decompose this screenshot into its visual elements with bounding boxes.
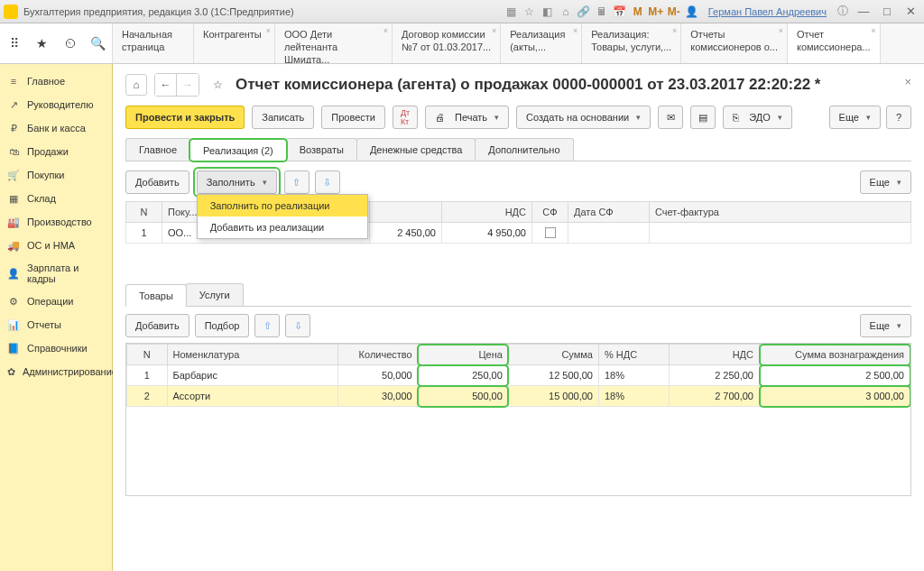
nav-tab[interactable]: Договор комиссии№7 от 01.03.2017...× xyxy=(393,23,501,63)
m-plus-button[interactable]: M+ xyxy=(649,5,663,19)
col-sum[interactable]: Сумма xyxy=(508,345,598,365)
dt-kt-button[interactable]: ДтКт xyxy=(393,106,418,129)
col-n[interactable]: N xyxy=(126,202,162,223)
create-based-button[interactable]: Создать на основании xyxy=(516,106,651,129)
col-nomen[interactable]: Номенклатура xyxy=(167,345,337,365)
forward-button[interactable]: → xyxy=(177,74,199,96)
sidebar-item-manager[interactable]: ↗Руководителю xyxy=(0,93,112,116)
goods-up-button[interactable]: ⇧ xyxy=(254,314,280,337)
nav-tab[interactable]: Контрагенты× xyxy=(194,23,275,63)
more-button[interactable]: Еще xyxy=(829,106,881,129)
add-from-realization[interactable]: Добавить из реализации xyxy=(198,216,367,238)
nav-tab[interactable]: Отчетыкомиссионеров о...× xyxy=(681,23,788,63)
write-button[interactable]: Записать xyxy=(252,106,314,129)
help-button[interactable]: ? xyxy=(886,106,911,129)
list-button[interactable]: ▤ xyxy=(690,106,716,129)
sf-checkbox[interactable] xyxy=(545,227,556,238)
col-vat[interactable]: НДС xyxy=(669,345,759,365)
sidebar-item-hr[interactable]: 👤Зарплата и кадры xyxy=(0,257,112,290)
sidebar-item-sales[interactable]: 🛍Продажи xyxy=(0,140,112,163)
cell-sf[interactable] xyxy=(532,223,568,244)
tab-services[interactable]: Услуги xyxy=(186,283,244,306)
back-button[interactable]: ← xyxy=(155,74,177,96)
goods-add-button[interactable]: Добавить xyxy=(125,314,189,337)
sidebar-item-main[interactable]: ≡Главное xyxy=(0,69,112,93)
tab-returns[interactable]: Возвраты xyxy=(286,138,357,161)
nav-tab[interactable]: Реализация:Товары, услуги,...× xyxy=(582,23,681,63)
sidebar-item-production[interactable]: 🏭Производство xyxy=(0,210,112,234)
sidebar-item-purchases[interactable]: 🛒Покупки xyxy=(0,163,112,187)
email-button[interactable]: ✉ xyxy=(658,106,683,129)
sidebar-item-bank[interactable]: ₽Банк и касса xyxy=(0,116,112,140)
goods-more-button[interactable]: Еще xyxy=(860,314,911,337)
home-button[interactable]: ⌂ xyxy=(125,74,147,96)
nav-tab-active[interactable]: Отчеткомиссионера...× xyxy=(788,23,881,63)
col-invoice[interactable]: Счет-фактура xyxy=(650,202,911,223)
col-sf[interactable]: СФ xyxy=(532,202,568,223)
window-icon[interactable]: ◧ xyxy=(541,5,555,19)
move-down-button[interactable]: ⇩ xyxy=(315,170,340,194)
star-icon[interactable]: ☆ xyxy=(522,5,537,19)
fill-by-realization[interactable]: Заполнить по реализации xyxy=(198,195,367,216)
fill-button[interactable]: Заполнить xyxy=(197,170,277,194)
tab-close-icon[interactable]: × xyxy=(573,26,578,36)
tab-additional[interactable]: Дополнительно xyxy=(475,138,573,161)
goods-pick-button[interactable]: Подбор xyxy=(195,314,250,337)
print-button[interactable]: 🖨 Печать xyxy=(425,106,509,129)
search-icon[interactable]: 🔍 xyxy=(89,34,107,52)
tab-main[interactable]: Главное xyxy=(125,138,190,161)
post-button[interactable]: Провести xyxy=(321,106,385,129)
maximize-button[interactable]: □ xyxy=(877,4,897,20)
col-sf-date[interactable]: Дата СФ xyxy=(568,202,650,223)
post-close-button[interactable]: Провести и закрыть xyxy=(125,106,245,129)
edo-button[interactable]: ⎘ ЭДО xyxy=(723,106,792,129)
calendar-icon[interactable]: 📅 xyxy=(613,5,627,19)
apps-icon[interactable]: ⠿ xyxy=(5,34,23,52)
sidebar-item-assets[interactable]: 🚚ОС и НМА xyxy=(0,234,112,257)
sidebar-item-reports[interactable]: 📊Отчеты xyxy=(0,313,112,336)
add-row-button[interactable]: Добавить xyxy=(125,170,189,194)
grid-icon[interactable]: ▦ xyxy=(504,5,519,19)
panel-close-icon[interactable]: × xyxy=(904,75,911,88)
tab-cash[interactable]: Денежные средства xyxy=(356,138,476,161)
tab-close-icon[interactable]: × xyxy=(492,26,496,36)
favorite-icon[interactable]: ★ xyxy=(33,34,51,52)
col-sum[interactable] xyxy=(370,202,442,223)
m-button[interactable]: M xyxy=(631,5,645,19)
col-vat[interactable]: НДС xyxy=(442,202,532,223)
sidebar-item-warehouse[interactable]: ▦Склад xyxy=(0,187,112,210)
tab-close-icon[interactable]: × xyxy=(266,26,271,36)
history-icon[interactable]: ⏲ xyxy=(61,34,79,52)
link-icon[interactable]: 🔗 xyxy=(577,5,591,19)
info-icon[interactable]: ⓘ xyxy=(836,5,850,19)
col-vat-pct[interactable]: % НДС xyxy=(598,345,669,365)
col-price[interactable]: Цена xyxy=(418,345,508,365)
tab-close-icon[interactable]: × xyxy=(871,26,875,36)
sidebar-item-catalogs[interactable]: 📘Справочники xyxy=(0,336,112,360)
table-row[interactable]: 1 Барбарис 50,000 250,00 12 500,00 18% 2… xyxy=(127,365,910,386)
calc-icon[interactable]: 🖩 xyxy=(595,5,609,19)
col-reward[interactable]: Сумма вознаграждения xyxy=(760,345,910,365)
goods-down-button[interactable]: ⇩ xyxy=(285,314,310,337)
tab-close-icon[interactable]: × xyxy=(672,26,677,36)
table-row-selected[interactable]: 2 Ассорти 30,000 500,00 15 000,00 18% 2 … xyxy=(127,386,910,407)
tab-realization[interactable]: Реализация (2) xyxy=(189,139,287,161)
col-qty[interactable]: Количество xyxy=(337,345,418,365)
nav-tab[interactable]: ООО Детилейтенанта Шмидта...× xyxy=(275,23,393,63)
star-button[interactable]: ☆ xyxy=(207,74,228,96)
nav-tab[interactable]: Реализация(акты,...× xyxy=(501,23,582,63)
user-name[interactable]: Герман Павел Андреевич xyxy=(708,6,827,17)
home-icon[interactable]: ⌂ xyxy=(559,5,573,19)
move-up-button[interactable]: ⇧ xyxy=(284,170,310,194)
nav-tab[interactable]: Начальнаястраница xyxy=(113,23,194,63)
user-icon[interactable]: 👤 xyxy=(685,5,699,19)
tab-close-icon[interactable]: × xyxy=(383,26,388,36)
sidebar-item-admin[interactable]: ✿Администрирование xyxy=(0,360,112,383)
goods-scroll[interactable]: N Номенклатура Количество Цена Сумма % Н… xyxy=(125,343,911,496)
col-n[interactable]: N xyxy=(127,345,168,365)
close-button[interactable]: ✕ xyxy=(901,4,920,20)
tab-goods[interactable]: Товары xyxy=(125,284,187,307)
sidebar-item-operations[interactable]: ⚙Операции xyxy=(0,290,112,313)
m-minus-button[interactable]: M- xyxy=(667,5,681,19)
upper-more-button[interactable]: Еще xyxy=(860,170,911,194)
